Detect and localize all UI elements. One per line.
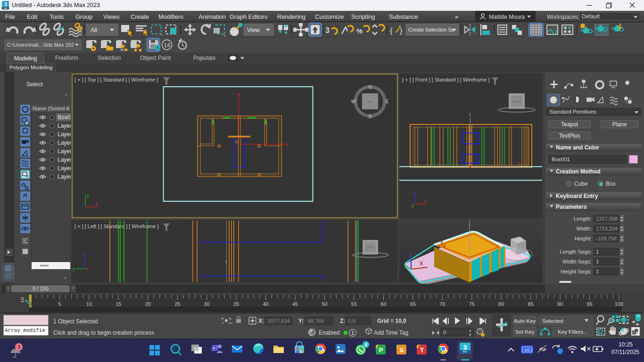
svg-text:MAX: MAX <box>463 351 468 353</box>
svg-text:FRONT: FRONT <box>512 100 522 103</box>
svg-text:98,769: 98,769 <box>307 318 324 324</box>
svg-text:1: 1 <box>351 330 354 336</box>
svg-text:y: y <box>87 193 89 198</box>
svg-text:Auto Key: Auto Key <box>514 318 536 324</box>
svg-text:X: X <box>420 261 423 266</box>
svg-text:T: T <box>213 346 215 351</box>
svg-text:Create Selection Se: Create Selection Se <box>408 27 454 33</box>
svg-text:0: 0 <box>29 301 32 307</box>
svg-text:0: 0 <box>443 329 446 335</box>
svg-text:y: y <box>73 266 75 272</box>
svg-text:[ + ] [ Top ] [ Standard ] [ W: [ + ] [ Top ] [ Standard ] [ Wireframe ] <box>74 77 158 82</box>
svg-text:85: 85 <box>528 301 534 307</box>
svg-text:50: 50 <box>322 301 327 307</box>
svg-text:60: 60 <box>380 301 386 307</box>
svg-text:14: 14 <box>164 42 170 49</box>
svg-text:Add Time Tag: Add Time Tag <box>374 329 408 336</box>
svg-text:80: 80 <box>498 301 504 307</box>
svg-text:10:25: 10:25 <box>619 341 633 348</box>
svg-text:3: 3 <box>463 344 467 351</box>
svg-text:Grid = 10,0: Grid = 10,0 <box>377 318 406 324</box>
svg-text:z: z <box>225 259 227 264</box>
svg-text:%: % <box>356 27 363 35</box>
svg-text:65: 65 <box>410 301 416 307</box>
svg-text:[ + ] [ Front ] [ Standard ] [: [ + ] [ Front ] [ Standard ] [ Wireframe… <box>402 77 490 82</box>
svg-text:z: z <box>469 112 471 117</box>
svg-text:2077,934: 2077,934 <box>267 318 290 324</box>
svg-text:LEFT: LEFT <box>367 246 374 249</box>
svg-text:x: x <box>424 198 427 204</box>
svg-text:35: 35 <box>233 301 239 307</box>
svg-text:x: x <box>86 266 88 272</box>
svg-text:[ + ] [ Left ] [ Standard ] [: [ + ] [ Left ] [ Standard ] [ Wireframe … <box>74 223 158 229</box>
svg-text:20: 20 <box>145 301 151 307</box>
svg-text:z: z <box>235 139 238 144</box>
svg-text:All: All <box>91 27 97 33</box>
svg-text:S: S <box>368 114 372 119</box>
svg-text:3: 3 <box>4 2 7 7</box>
svg-text:0,0: 0,0 <box>348 318 355 324</box>
svg-text:x: x <box>95 201 98 206</box>
svg-text:z: z <box>83 202 85 207</box>
svg-text:30: 30 <box>204 301 210 307</box>
svg-text:45: 45 <box>292 301 298 307</box>
svg-text:70: 70 <box>439 301 445 307</box>
svg-text:90: 90 <box>557 301 563 307</box>
svg-text:25: 25 <box>174 301 180 307</box>
svg-text:}: } <box>400 26 403 35</box>
svg-text:S: S <box>400 346 404 354</box>
svg-text:4: 4 <box>364 342 367 347</box>
svg-text:T: T <box>420 346 424 354</box>
svg-text:07/11/2025: 07/11/2025 <box>611 349 639 355</box>
svg-text:40: 40 <box>263 301 268 307</box>
svg-text:W: W <box>351 99 356 104</box>
svg-text:Set Key: Set Key <box>515 329 535 335</box>
svg-text:P: P <box>379 346 383 354</box>
svg-text:y: y <box>412 203 414 208</box>
svg-text:100: 100 <box>615 301 623 307</box>
svg-text:Selected: Selected <box>542 318 563 324</box>
svg-text:75: 75 <box>469 301 475 307</box>
svg-text:x: x <box>286 141 289 147</box>
svg-text:z: z <box>83 252 86 257</box>
svg-text:55: 55 <box>351 301 357 307</box>
svg-text:{: { <box>390 26 393 35</box>
svg-text:Enabled:: Enabled: <box>319 329 341 336</box>
svg-text:z: z <box>413 190 415 195</box>
svg-text:E: E <box>385 99 388 104</box>
svg-text:Y:: Y: <box>298 318 304 324</box>
svg-text:N: N <box>368 84 372 90</box>
svg-text:Z: Z <box>409 253 412 258</box>
svg-text:X:: X: <box>258 318 264 324</box>
svg-text:Z:: Z: <box>340 318 345 324</box>
svg-text:3: 3 <box>325 26 330 34</box>
svg-text:15: 15 <box>116 301 121 307</box>
svg-text:3: 3 <box>17 345 20 350</box>
svg-text:5: 5 <box>58 301 61 307</box>
svg-text:Key Filters...: Key Filters... <box>558 329 588 335</box>
svg-text:x: x <box>518 161 520 166</box>
svg-text:CC: CC <box>524 348 530 352</box>
svg-text:View: View <box>247 27 260 33</box>
svg-text:MAX: MAX <box>3 7 8 9</box>
svg-text:10: 10 <box>86 301 92 307</box>
svg-text:TOP: TOP <box>367 100 373 103</box>
svg-text:95: 95 <box>586 301 592 307</box>
svg-text:y: y <box>237 92 239 97</box>
